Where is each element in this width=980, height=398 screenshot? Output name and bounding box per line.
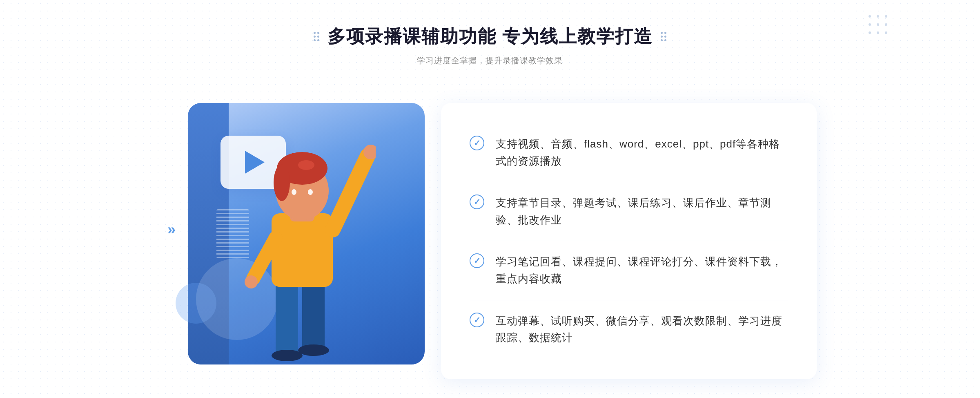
svg-point-0	[869, 15, 871, 18]
check-icon-1: ✓	[470, 136, 484, 150]
svg-line-14	[333, 156, 368, 230]
svg-rect-9	[276, 283, 298, 356]
title-deco-left	[314, 32, 319, 41]
svg-point-21	[308, 189, 313, 195]
svg-point-8	[885, 31, 887, 34]
svg-rect-10	[302, 283, 325, 350]
svg-point-24	[298, 160, 314, 170]
svg-point-11	[272, 350, 303, 361]
feature-item-2: ✓ 支持章节目录、弹题考试、课后练习、课后作业、章节测验、批改作业	[470, 182, 788, 241]
features-panel: ✓ 支持视频、音频、flash、word、excel、ppt、pdf等各种格式的…	[441, 103, 817, 379]
header-section: 多项录播课辅助功能 专为线上教学打造	[314, 25, 666, 66]
content-section: » ✓ 支持视频、音频、flash、word、excel、ppt、pdf等各种格…	[163, 87, 817, 379]
deco-dots-left	[314, 32, 319, 41]
check-mark-1: ✓	[474, 139, 481, 147]
title-deco-right	[661, 32, 666, 41]
svg-point-12	[298, 344, 329, 356]
feature-text-3: 学习笔记回看、课程提问、课程评论打分、课件资料下载，重点内容收藏	[496, 253, 788, 287]
svg-point-5	[885, 23, 887, 26]
svg-point-3	[869, 23, 871, 26]
subtitle: 学习进度全掌握，提升录播课教学效果	[314, 55, 666, 66]
check-icon-3: ✓	[470, 253, 484, 268]
check-mark-2: ✓	[474, 198, 481, 206]
check-mark-4: ✓	[474, 316, 481, 324]
svg-point-23	[245, 275, 258, 288]
main-title: 多项录播课辅助功能 专为线上教学打造	[327, 25, 653, 49]
check-icon-2: ✓	[470, 195, 484, 209]
chevron-icon: »	[167, 221, 176, 238]
feature-item-1: ✓ 支持视频、音频、flash、word、excel、ppt、pdf等各种格式的…	[470, 123, 788, 182]
feature-text-1: 支持视频、音频、flash、word、excel、ppt、pdf等各种格式的资源…	[496, 136, 788, 170]
svg-point-4	[877, 23, 879, 26]
feature-text-4: 互动弹幕、试听购买、微信分享、观看次数限制、学习进度跟踪、数据统计	[496, 313, 788, 347]
check-icon-4: ✓	[470, 313, 484, 327]
svg-rect-13	[272, 213, 333, 287]
feature-item-3: ✓ 学习笔记回看、课程提问、课程评论打分、课件资料下载，重点内容收藏	[470, 241, 788, 300]
feature-item-4: ✓ 互动弹幕、试听购买、微信分享、观看次数限制、学习进度跟踪、数据统计	[470, 300, 788, 359]
svg-point-6	[869, 31, 871, 34]
page-wrapper: 多项录播课辅助功能 专为线上教学打造	[0, 0, 980, 398]
deco-dots-right	[661, 32, 666, 41]
svg-point-1	[877, 15, 879, 18]
feature-text-2: 支持章节目录、弹题考试、课后练习、课后作业、章节测验、批改作业	[496, 195, 788, 228]
svg-point-19	[274, 164, 290, 201]
left-chevrons: »	[167, 222, 176, 237]
title-row: 多项录播课辅助功能 专为线上教学打造	[314, 25, 666, 49]
person-figure	[212, 119, 376, 373]
illustration-area: »	[163, 87, 441, 373]
check-mark-3: ✓	[474, 257, 481, 265]
svg-point-2	[885, 15, 887, 18]
svg-point-7	[877, 31, 879, 34]
dot-decoration-tr	[866, 12, 915, 45]
svg-point-20	[292, 189, 296, 195]
